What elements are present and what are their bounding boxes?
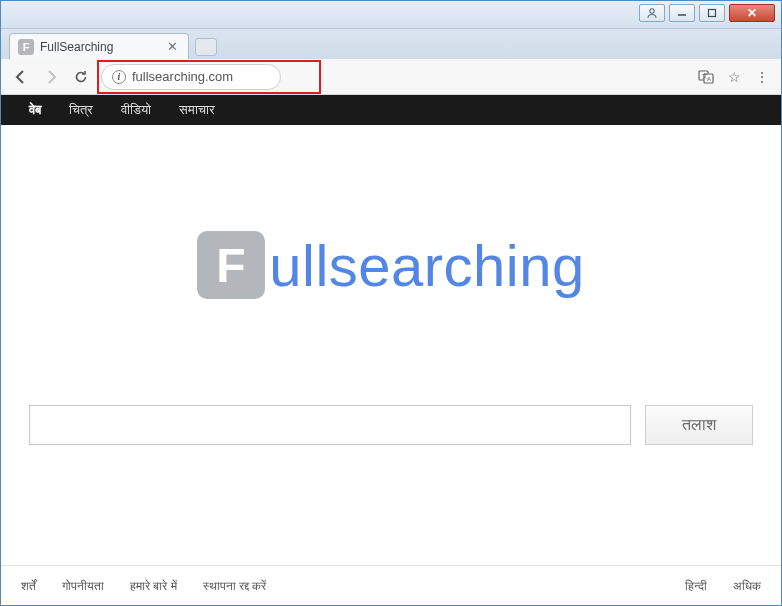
titlebar: ✕ bbox=[1, 1, 781, 29]
menu-icon[interactable]: ⋮ bbox=[753, 68, 771, 86]
tab-close-icon[interactable]: ✕ bbox=[165, 39, 180, 54]
svg-rect-2 bbox=[709, 10, 716, 17]
svg-point-0 bbox=[650, 9, 654, 13]
content-area: वेब चित्र वीडियो समाचार F ullsearching त… bbox=[1, 95, 781, 605]
favicon: F bbox=[18, 39, 34, 55]
footer-about[interactable]: हमारे बारे में bbox=[130, 579, 177, 593]
browser-window: ✕ F FullSearching ✕ i fullsearching.com bbox=[0, 0, 782, 606]
nav-web[interactable]: वेब bbox=[15, 95, 55, 125]
tab-title: FullSearching bbox=[40, 40, 159, 54]
footer: शर्तें गोपनीयता हमारे बारे में स्थापना र… bbox=[1, 565, 781, 605]
translate-icon[interactable]: 文A bbox=[697, 68, 715, 86]
reload-icon bbox=[73, 69, 89, 85]
minimize-button[interactable] bbox=[669, 4, 695, 22]
window-buttons: ✕ bbox=[639, 4, 775, 22]
reload-button[interactable] bbox=[71, 67, 91, 87]
url-bar[interactable]: i fullsearching.com bbox=[101, 64, 281, 90]
user-button[interactable] bbox=[639, 4, 665, 22]
browser-tab[interactable]: F FullSearching ✕ bbox=[9, 33, 189, 59]
bookmark-icon[interactable]: ☆ bbox=[725, 68, 743, 86]
footer-terms[interactable]: शर्तें bbox=[21, 579, 36, 593]
hero: F ullsearching bbox=[1, 125, 781, 405]
maximize-icon bbox=[707, 8, 717, 18]
close-button[interactable]: ✕ bbox=[729, 4, 775, 22]
search-input[interactable] bbox=[29, 405, 631, 445]
site-info-icon[interactable]: i bbox=[112, 70, 126, 84]
logo: F ullsearching bbox=[197, 231, 585, 299]
forward-icon bbox=[43, 69, 59, 85]
tab-strip: F FullSearching ✕ bbox=[1, 29, 781, 59]
footer-more[interactable]: अधिक bbox=[733, 579, 761, 593]
user-icon bbox=[646, 7, 658, 19]
logo-text: ullsearching bbox=[269, 232, 585, 299]
search-row: तलाश bbox=[1, 405, 781, 445]
footer-lang[interactable]: हिन्दी bbox=[685, 579, 707, 593]
logo-icon: F bbox=[197, 231, 265, 299]
nav-video[interactable]: वीडियो bbox=[107, 95, 165, 125]
url-text: fullsearching.com bbox=[132, 69, 233, 84]
nav-news[interactable]: समाचार bbox=[165, 95, 229, 125]
back-button[interactable] bbox=[11, 67, 31, 87]
page-body: F ullsearching तलाश शर्तें गोपनीयता हमार… bbox=[1, 125, 781, 605]
minimize-icon bbox=[677, 8, 687, 18]
back-icon bbox=[13, 69, 29, 85]
new-tab-button[interactable] bbox=[195, 38, 217, 56]
footer-uninstall[interactable]: स्थापना रद्द करें bbox=[203, 579, 267, 593]
toolbar: i fullsearching.com 文A ☆ ⋮ bbox=[1, 59, 781, 95]
footer-privacy[interactable]: गोपनीयता bbox=[62, 579, 104, 593]
search-button[interactable]: तलाश bbox=[645, 405, 753, 445]
nav-images[interactable]: चित्र bbox=[55, 95, 107, 125]
forward-button[interactable] bbox=[41, 67, 61, 87]
category-nav: वेब चित्र वीडियो समाचार bbox=[1, 95, 781, 125]
svg-text:A: A bbox=[707, 76, 711, 82]
maximize-button[interactable] bbox=[699, 4, 725, 22]
urlbar-wrap: i fullsearching.com bbox=[101, 64, 281, 90]
